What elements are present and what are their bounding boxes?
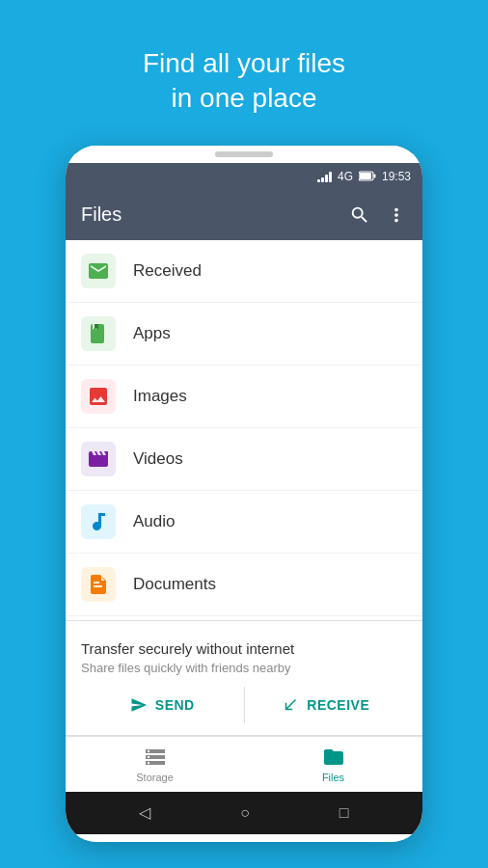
receive-label: RECEIVE xyxy=(307,697,369,713)
nav-item-files[interactable]: Files xyxy=(244,737,422,792)
videos-label: Videos xyxy=(133,449,183,469)
battery-icon xyxy=(359,171,376,181)
menu-item-images[interactable]: Images xyxy=(66,366,422,428)
transfer-buttons: SEND RECEIVE xyxy=(81,687,407,723)
svg-rect-1 xyxy=(373,175,375,178)
apps-icon xyxy=(81,316,116,351)
menu-item-videos[interactable]: Videos xyxy=(66,428,422,491)
section-divider xyxy=(66,620,422,621)
menu-item-received[interactable]: Received xyxy=(66,240,422,303)
phone-mockup: 4G 19:53 Files xyxy=(66,146,422,842)
phone-speaker xyxy=(215,151,273,157)
content-area: Received Apps Images xyxy=(66,240,422,834)
documents-label: Documents xyxy=(133,575,216,594)
storage-nav-icon xyxy=(144,746,167,769)
send-label: SEND xyxy=(155,697,195,713)
received-label: Received xyxy=(133,261,202,281)
phone-top xyxy=(66,146,422,163)
transfer-subtitle: Share files quickly with friends nearby xyxy=(81,661,407,675)
hero-section: Find all your files in one place xyxy=(143,46,345,117)
android-nav-bar: ◁ ○ □ xyxy=(66,792,422,834)
bottom-nav: Storage Files xyxy=(66,736,422,792)
app-title: Files xyxy=(81,203,349,226)
back-button[interactable]: ◁ xyxy=(139,803,150,822)
documents-icon xyxy=(81,567,116,602)
status-bar: 4G 19:53 xyxy=(66,163,422,190)
network-label: 4G xyxy=(338,170,353,183)
recents-button[interactable]: □ xyxy=(339,804,349,822)
apps-label: Apps xyxy=(133,324,171,343)
svg-rect-2 xyxy=(360,173,371,179)
menu-item-audio[interactable]: Audio xyxy=(66,491,422,554)
receive-button[interactable]: RECEIVE xyxy=(245,687,408,723)
hero-line1: Find all your files xyxy=(143,48,345,78)
phone-bottom xyxy=(66,834,422,842)
audio-icon xyxy=(81,504,116,539)
home-button[interactable]: ○ xyxy=(240,804,250,822)
signal-icon xyxy=(317,171,332,182)
send-button[interactable]: SEND xyxy=(81,687,244,723)
audio-label: Audio xyxy=(133,512,175,531)
transfer-section: Transfer securely without internet Share… xyxy=(66,625,422,736)
hero-line2: in one place xyxy=(171,83,316,113)
search-button[interactable] xyxy=(349,204,370,226)
files-nav-icon xyxy=(322,746,345,769)
images-icon xyxy=(81,379,116,414)
transfer-title: Transfer securely without internet xyxy=(81,640,407,657)
app-bar-actions xyxy=(349,204,407,226)
app-bar: Files xyxy=(66,190,422,240)
more-options-button[interactable] xyxy=(386,204,407,226)
menu-item-apps[interactable]: Apps xyxy=(66,303,422,366)
nav-item-storage[interactable]: Storage xyxy=(66,737,244,792)
menu-item-documents[interactable]: Documents xyxy=(66,554,422,616)
videos-icon xyxy=(81,442,116,476)
time-label: 19:53 xyxy=(382,170,411,183)
files-nav-label: Files xyxy=(322,772,344,783)
images-label: Images xyxy=(133,387,187,406)
storage-nav-label: Storage xyxy=(136,772,174,783)
received-icon xyxy=(81,254,116,288)
